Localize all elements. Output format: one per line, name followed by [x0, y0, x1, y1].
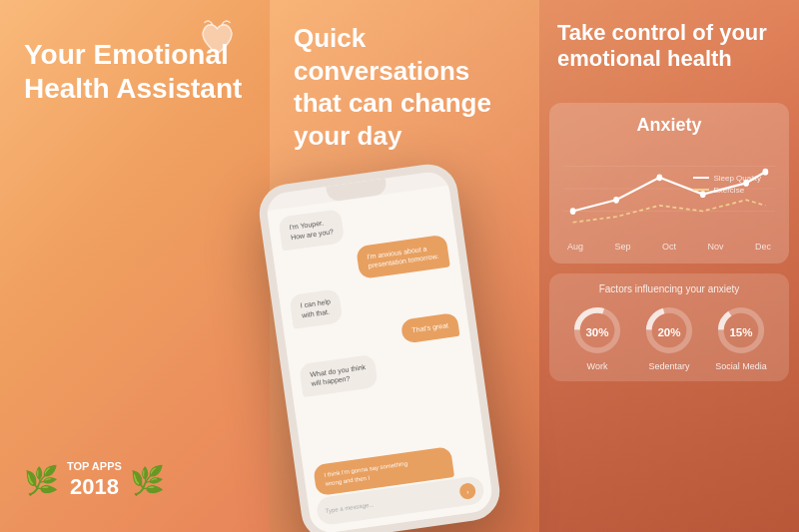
- chart-x-labels: Aug Sep Oct Nov Dec: [563, 238, 775, 252]
- svg-text:20%: 20%: [657, 326, 680, 338]
- phone-mockup: I'm Youper.How are you? I'm anxious abou…: [214, 135, 546, 532]
- factor-sedentary-label: Sedentary: [648, 361, 689, 371]
- chat-bubble-3: I can helpwith that.: [289, 288, 344, 328]
- factors-title: Factors influencing your anxiety: [561, 283, 777, 294]
- chart-label-sep: Sep: [614, 242, 630, 252]
- chart-label-oct: Oct: [662, 242, 676, 252]
- legend-sleep-line: [693, 177, 709, 179]
- phone-input-text: Type a message...: [325, 489, 460, 514]
- chat-bubble-1: I'm Youper.How are you?: [278, 209, 345, 251]
- phone-logo-small: ✿: [392, 469, 403, 485]
- svg-text:30%: 30%: [585, 326, 608, 338]
- chart-label-dec: Dec: [755, 242, 771, 252]
- factors-row: 30% Work 20% Sedentary: [561, 304, 777, 371]
- donut-social-media: 15%: [715, 304, 767, 356]
- chat-bubble-5: What do you thinkwill happen?: [299, 353, 379, 397]
- phone-send-button[interactable]: ›: [458, 482, 476, 500]
- chart-title: Anxiety: [563, 115, 775, 136]
- chart-legend: Sleep Quality Exercise: [693, 174, 761, 198]
- right-panel: Take control of your emotional health An…: [539, 0, 799, 532]
- svg-text:15%: 15%: [729, 326, 752, 338]
- legend-exercise-line: [693, 189, 709, 191]
- chart-label-aug: Aug: [567, 242, 583, 252]
- factors-section: Factors influencing your anxiety 30% Wor…: [549, 273, 789, 381]
- right-title: Take control of your emotional health: [557, 20, 781, 73]
- award-text: TOP APPS 2018: [67, 459, 122, 502]
- svg-point-4: [613, 197, 619, 204]
- factor-sedentary: 20% Sedentary: [643, 304, 695, 371]
- laurel-right-icon: 🌿: [130, 467, 165, 495]
- legend-sleep-label: Sleep Quality: [713, 174, 761, 183]
- svg-point-8: [762, 169, 768, 176]
- factor-work: 30% Work: [571, 304, 623, 371]
- factor-work-label: Work: [587, 361, 608, 371]
- logo-icon: [195, 18, 240, 63]
- factor-social-media: 15% Social Media: [715, 304, 767, 371]
- legend-exercise: Exercise: [693, 186, 761, 195]
- right-content: Take control of your emotional health: [539, 0, 799, 103]
- donut-work: 30%: [571, 304, 623, 356]
- chat-bubble-4: That's great: [400, 312, 460, 343]
- chart-label-nov: Nov: [707, 242, 723, 252]
- middle-headline: Quick conversations that can change your…: [270, 0, 539, 152]
- anxiety-chart-container: Anxiety: [549, 103, 789, 264]
- phone-body: I'm Youper.How are you? I'm anxious abou…: [256, 161, 503, 532]
- phone-screen: I'm Youper.How are you? I'm anxious abou…: [267, 186, 494, 532]
- app-container: Your Emotional Health Assistant 🌿 TOP AP…: [0, 0, 799, 532]
- legend-sleep-quality: Sleep Quality: [693, 174, 761, 183]
- svg-point-3: [570, 208, 576, 215]
- award-badge: 🌿 TOP APPS 2018 🌿: [24, 459, 165, 502]
- laurel-left-icon: 🌿: [24, 467, 59, 495]
- legend-exercise-label: Exercise: [713, 186, 744, 195]
- svg-point-5: [656, 174, 662, 181]
- donut-sedentary: 20%: [643, 304, 695, 356]
- middle-panel: Quick conversations that can change your…: [270, 0, 539, 532]
- factor-social-media-label: Social Media: [715, 361, 767, 371]
- chat-bubble-2: I'm anxious about apresentation tomorrow…: [356, 234, 450, 279]
